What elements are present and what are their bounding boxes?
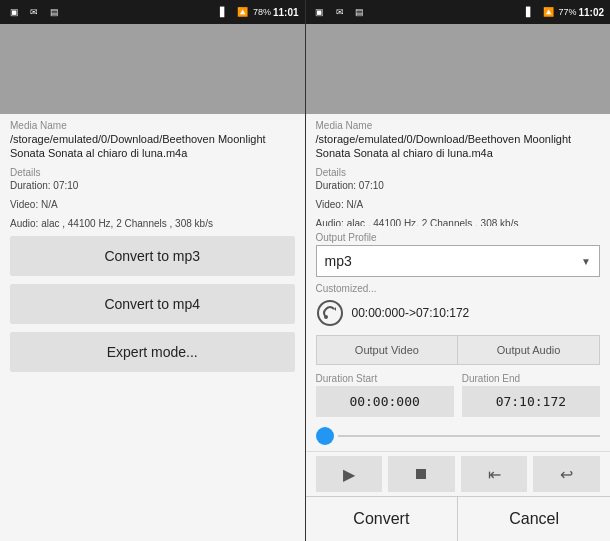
loop-icon	[316, 299, 344, 327]
duration-start-field: Duration Start 00:00:000	[316, 373, 454, 417]
left-details-label: Details	[10, 167, 295, 178]
wifi-icon: 🔼	[235, 4, 251, 20]
svg-point-0	[318, 301, 342, 325]
right-duration: Duration: 07:10	[316, 179, 601, 192]
output-profile-value: mp3	[317, 246, 600, 276]
right-app-icon-2: ▤	[352, 4, 368, 20]
signal-icon: ▋	[216, 4, 232, 20]
right-status-icons: ▣ ✉ ▤	[312, 4, 368, 20]
right-app-icon-1: ✉	[332, 4, 348, 20]
right-audio: Audio: alac , 44100 Hz, 2 Channels , 308…	[316, 217, 601, 226]
right-video: Video: N/A	[316, 198, 601, 211]
duration-end-label: Duration End	[462, 373, 600, 384]
play-button[interactable]: ▶	[316, 456, 383, 492]
left-status-right: ▋ 🔼 78% 11:01	[216, 4, 299, 20]
duration-start-label: Duration Start	[316, 373, 454, 384]
right-time: 11:02	[578, 7, 604, 18]
rewind-button[interactable]: ⇤	[461, 456, 528, 492]
right-thumbnail	[306, 24, 611, 114]
app-icon-1: ✉	[26, 4, 42, 20]
duration-end-field: Duration End 07:10:172	[462, 373, 600, 417]
right-status-bar: ▣ ✉ ▤ ▋ 🔼 77% 11:02	[306, 0, 611, 24]
expert-mode-button[interactable]: Expert mode...	[10, 332, 295, 372]
left-status-icons: ▣ ✉ ▤	[6, 4, 62, 20]
left-media-name-label: Media Name	[10, 120, 295, 131]
duration-start-value: 00:00:000	[316, 386, 454, 417]
left-duration: Duration: 07:10	[10, 179, 295, 192]
right-phone-panel: ▣ ✉ ▤ ▋ 🔼 77% 11:02 Media Name /storage/…	[306, 0, 611, 541]
duration-end-value: 07:10:172	[462, 386, 600, 417]
left-status-bar: ▣ ✉ ▤ ▋ 🔼 78% 11:01	[0, 0, 305, 24]
app-icon-2: ▤	[46, 4, 62, 20]
svg-point-1	[324, 315, 328, 319]
scrubber-track	[338, 435, 601, 437]
cancel-button[interactable]: Cancel	[458, 497, 610, 541]
right-signal-icon: ▋	[521, 4, 537, 20]
right-status-right: ▋ 🔼 77% 11:02	[521, 4, 604, 20]
duration-section: Duration Start 00:00:000 Duration End 07…	[306, 369, 611, 421]
scrubber-row[interactable]	[306, 421, 611, 451]
output-video-tab[interactable]: Output Video	[317, 336, 459, 364]
convert-mp4-button[interactable]: Convert to mp4	[10, 284, 295, 324]
right-media-name-label: Media Name	[316, 120, 601, 131]
left-phone-panel: ▣ ✉ ▤ ▋ 🔼 78% 11:01 Media Name /storage/…	[0, 0, 305, 541]
stop-button[interactable]: ⏹	[388, 456, 455, 492]
output-profile-label: Output Profile	[316, 232, 601, 243]
customized-label: Customized...	[316, 283, 601, 294]
battery-level-left: 78%	[254, 4, 270, 20]
chevron-down-icon: ▼	[581, 256, 591, 267]
output-profile-select[interactable]: mp3 ▼	[316, 245, 601, 277]
left-content: Media Name /storage/emulated/0/Download/…	[0, 114, 305, 541]
right-content: Media Name /storage/emulated/0/Download/…	[306, 114, 611, 226]
left-audio: Audio: alac , 44100 Hz, 2 Channels , 308…	[10, 217, 295, 230]
forward-button[interactable]: ↩	[533, 456, 600, 492]
left-video: Video: N/A	[10, 198, 295, 211]
left-media-name-value: /storage/emulated/0/Download/Beethoven M…	[10, 132, 295, 161]
right-wifi-icon: 🔼	[540, 4, 556, 20]
customized-row: 00:00:000->07:10:172	[306, 295, 611, 331]
right-battery-level: 77%	[559, 4, 575, 20]
left-time: 11:01	[273, 7, 299, 18]
convert-mp3-button[interactable]: Convert to mp3	[10, 236, 295, 276]
bottom-actions: Convert Cancel	[306, 496, 611, 541]
media-controls-row: ▶ ⏹ ⇤ ↩	[306, 451, 611, 496]
customized-time: 00:00:000->07:10:172	[352, 306, 470, 320]
output-audio-tab[interactable]: Output Audio	[458, 336, 599, 364]
right-media-name-value: /storage/emulated/0/Download/Beethoven M…	[316, 132, 601, 161]
output-profile-section: Output Profile mp3 ▼	[306, 226, 611, 281]
left-thumbnail	[0, 24, 305, 114]
right-android-icon: ▣	[312, 4, 328, 20]
tab-row: Output Video Output Audio	[316, 335, 601, 365]
scrubber-handle[interactable]	[316, 427, 334, 445]
right-details-label: Details	[316, 167, 601, 178]
convert-button[interactable]: Convert	[306, 497, 459, 541]
android-icon: ▣	[6, 4, 22, 20]
